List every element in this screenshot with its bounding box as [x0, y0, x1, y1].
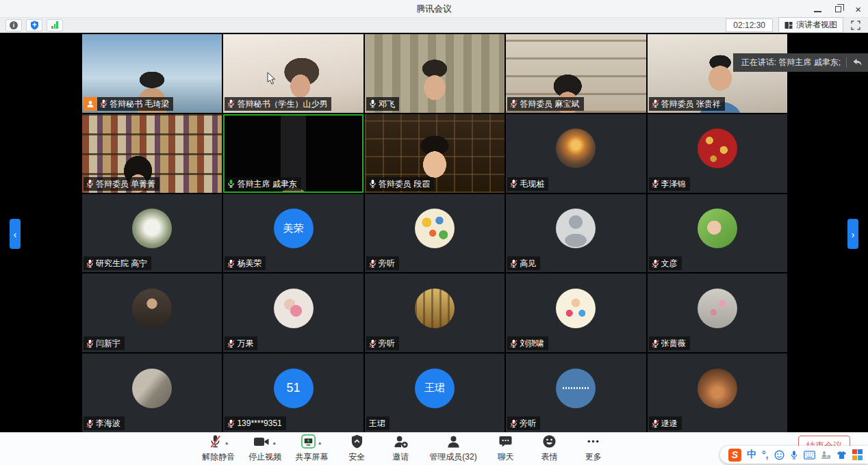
more-button[interactable]: 更多: [578, 435, 609, 463]
invite-button[interactable]: 邀请: [385, 435, 416, 463]
minimize-button[interactable]: [814, 3, 821, 15]
sogou-logo-icon[interactable]: S: [728, 449, 741, 462]
participant-tile[interactable]: 答辩委员 段霞: [365, 114, 505, 193]
participant-tile[interactable]: 答辩委员 麻宝斌: [506, 34, 646, 113]
close-button[interactable]: ×: [855, 4, 861, 14]
punctuation-icon[interactable]: °,: [762, 449, 769, 460]
participant-tile[interactable]: 邓飞: [365, 34, 505, 113]
soft-keyboard-icon[interactable]: [804, 451, 815, 460]
avatar: [556, 209, 596, 248]
participant-name: 毛现桩: [520, 180, 544, 188]
participant-tile[interactable]: 答辩秘书 毛琦梁: [82, 34, 222, 113]
shield-security-icon: [350, 434, 363, 451]
security-status-button[interactable]: [26, 19, 42, 31]
maximize-button[interactable]: [835, 3, 841, 15]
participant-tile[interactable]: 毛现桩: [506, 114, 646, 193]
participant-tile[interactable]: 旁听: [365, 274, 505, 352]
participant-tile[interactable]: 文彦: [648, 194, 787, 273]
host-badge-icon: [84, 97, 97, 111]
window-controls: ×: [814, 0, 861, 18]
meeting-timer: 02:12:30: [726, 18, 773, 32]
nameplate: 邓飞: [366, 97, 399, 111]
mouse-cursor: [267, 72, 277, 85]
mic-muted-icon: [227, 419, 235, 428]
network-status-button[interactable]: [47, 19, 63, 31]
avatar: [556, 129, 596, 168]
speaking-toast-text: 正在讲话: 答辩主席 戚聿东;: [741, 57, 841, 68]
fullscreen-button[interactable]: [849, 19, 863, 31]
voice-input-icon[interactable]: [790, 450, 798, 460]
participant-tile[interactable]: 王珺王珺: [365, 354, 505, 432]
emoji-button[interactable]: 表情: [535, 435, 565, 463]
mic-muted-icon: [651, 419, 660, 428]
screen-share-icon: [301, 434, 316, 451]
participant-tile[interactable]: 李海波: [82, 354, 222, 432]
chat-button[interactable]: 聊天: [491, 435, 521, 463]
participant-tile[interactable]: 研究生院 高宁: [82, 194, 222, 273]
toolbar-button-label: 共享屏幕: [295, 451, 328, 463]
expand-caret-icon[interactable]: ▲: [225, 440, 229, 445]
nameplate: 刘骁啸: [507, 336, 548, 350]
participant-name: 刘骁啸: [520, 339, 544, 347]
avatar: 51: [274, 369, 314, 408]
participant-tile[interactable]: 答辩委员 单菁菁: [82, 114, 222, 193]
mic-muted-icon: [651, 179, 660, 188]
participant-name: 旁听: [520, 419, 536, 427]
participant-tile[interactable]: 旁听: [506, 354, 646, 432]
participant-tile[interactable]: 高见: [506, 194, 646, 273]
handwriting-icon[interactable]: [821, 451, 831, 460]
members-button[interactable]: 管理成员(32): [429, 435, 476, 463]
mic-muted-icon: [86, 259, 94, 268]
nameplate: 闫新宇: [84, 336, 125, 350]
participant-tile[interactable]: 张蔷薇: [648, 274, 787, 352]
next-page-button[interactable]: ›: [847, 219, 858, 249]
shield-security-button[interactable]: 安全: [342, 435, 372, 463]
expand-caret-icon[interactable]: ▲: [318, 440, 322, 445]
participant-tile[interactable]: 答辩秘书（学生）山少男: [223, 34, 363, 113]
previous-page-button[interactable]: ‹: [10, 219, 21, 249]
screen-share-button[interactable]: ▲共享屏幕: [295, 435, 328, 463]
mic-muted-icon: [99, 99, 108, 108]
mic-muted-button[interactable]: ▲解除静音: [202, 435, 235, 463]
nameplate: 答辩秘书 毛琦梁: [84, 97, 173, 111]
info-icon: i: [10, 21, 18, 29]
expand-caret-icon[interactable]: ▲: [272, 440, 277, 445]
mic-muted-icon: [86, 339, 94, 348]
participant-tile[interactable]: 答辩委员 张贵祥: [648, 34, 787, 113]
participant-tile[interactable]: 51139****9351: [223, 354, 363, 432]
avatar: [132, 289, 172, 328]
avatar: [698, 369, 737, 408]
participant-name: 万果: [237, 339, 253, 347]
skin-icon[interactable]: [837, 451, 847, 460]
nameplate: 杨美荣: [225, 256, 266, 270]
participant-tile[interactable]: 闫新宇: [82, 274, 222, 352]
participant-name: 答辩委员 张贵祥: [661, 100, 721, 108]
nameplate: 答辩委员 张贵祥: [649, 97, 725, 111]
meeting-info-button[interactable]: i: [5, 19, 22, 31]
participant-tile[interactable]: 答辩主席 戚聿东: [223, 114, 363, 193]
mic-muted-icon: [509, 339, 518, 348]
video-stage: 答辩秘书 毛琦梁答辩秘书（学生）山少男邓飞答辩委员 麻宝斌答辩委员 张贵祥答辩委…: [0, 33, 868, 432]
participant-tile[interactable]: 刘骁啸: [506, 274, 646, 352]
input-method-bar: S中°,: [720, 446, 868, 464]
emoji-picker-icon[interactable]: [774, 450, 784, 460]
participant-name: 旁听: [379, 259, 395, 267]
participant-tile[interactable]: 旁听: [365, 194, 505, 273]
jump-to-speaker-icon[interactable]: [852, 58, 863, 67]
status-bar: i 02:12:30 演讲者视图: [0, 18, 868, 33]
participant-tile[interactable]: 逯逯: [648, 354, 787, 432]
toolbox-icon[interactable]: [852, 449, 863, 460]
participant-name: 张蔷薇: [661, 339, 686, 347]
chinese-mode-icon[interactable]: 中: [747, 449, 756, 461]
members-icon: [446, 434, 461, 451]
participant-tile[interactable]: 万果: [223, 274, 363, 352]
mic-muted-icon: [227, 259, 235, 268]
nameplate: 旁听: [366, 256, 399, 270]
participant-tile[interactable]: 美荣杨美荣: [223, 194, 363, 273]
nameplate: 研究生院 高宁: [84, 256, 151, 270]
participant-tile[interactable]: 李泽锦: [648, 114, 787, 193]
speaker-view-button[interactable]: 演讲者视图: [778, 17, 843, 33]
shield-icon: [30, 21, 39, 30]
camera-button[interactable]: ▲停止视频: [248, 435, 281, 463]
window-title: 腾讯会议: [416, 3, 452, 15]
